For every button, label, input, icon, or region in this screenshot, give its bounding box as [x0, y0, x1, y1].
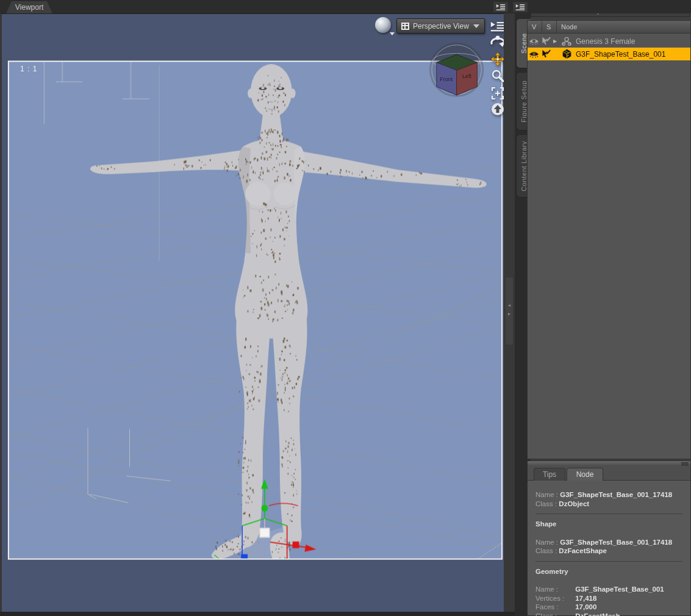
- scene-tree[interactable]: V S Node ▶: [527, 20, 691, 459]
- column-selectable: S: [542, 21, 557, 33]
- figure-icon: [560, 37, 573, 46]
- chevron-down-icon: [473, 24, 479, 28]
- scene-panel: V S Node ▶: [531, 0, 691, 616]
- geometry-section: Geometry Name : G3F_ShapeTest_Base_001 V…: [535, 567, 690, 616]
- eye-icon[interactable]: [528, 38, 540, 45]
- geometry-faces-value: 17,000: [575, 603, 596, 611]
- node-label: G3F_ShapeTest_Base_001: [573, 50, 665, 59]
- info-panel-header[interactable]: [528, 461, 690, 466]
- expand-arrow-icon[interactable]: ▶: [552, 38, 560, 44]
- view-selector-label: Perspective View: [413, 22, 469, 30]
- aspect-ratio-label: 1 : 1: [20, 65, 37, 73]
- view-cube[interactable]: Front Left: [429, 43, 484, 97]
- window-frame-bottom: [0, 612, 515, 616]
- eye-icon[interactable]: [528, 51, 540, 58]
- tree-header: V S Node: [528, 21, 690, 34]
- shape-section: Shape Name : G3F_ShapeTest_Base_001_1741…: [535, 520, 690, 556]
- geometry-heading: Geometry: [535, 567, 690, 576]
- tab-viewport[interactable]: Viewport: [6, 1, 52, 13]
- geometry-name-value: G3F_ShapeTest_Base_001: [575, 586, 664, 593]
- column-visible: V: [528, 21, 542, 33]
- viewport-options-menu-icon[interactable]: [489, 19, 505, 31]
- tree-row-genesis-3-female[interactable]: ▶ Genesis 3 Female: [528, 35, 690, 48]
- viewport-pane-menu-icon[interactable]: [493, 1, 509, 13]
- scene-pane-menu-icon[interactable]: [512, 1, 528, 13]
- view-selector-dropdown[interactable]: Perspective View: [396, 18, 485, 34]
- object-class-value: DzObject: [559, 500, 589, 507]
- splitter-handle[interactable]: ◂ ▸: [506, 278, 513, 345]
- geometry-vertices-value: 17,418: [575, 595, 596, 602]
- info-tabs: Tips Node: [528, 466, 690, 481]
- panel-splitter[interactable]: ◂ ▸: [504, 13, 515, 612]
- cube-icon: [560, 49, 573, 59]
- node-label: Genesis 3 Female: [573, 37, 635, 46]
- object-section: Name : G3F_ShapeTest_Base_001_17418 Clas…: [535, 490, 690, 508]
- shape-class-value: DzFacetShape: [559, 547, 607, 554]
- collapse-right-icon[interactable]: ▸: [508, 312, 510, 317]
- info-pane-menu-icon[interactable]: [681, 462, 689, 466]
- cursor-check-icon[interactable]: [540, 49, 552, 59]
- draw-style-sphere-icon[interactable]: [375, 17, 393, 35]
- cursor-check-icon[interactable]: [540, 37, 552, 46]
- viewport-3d-panel[interactable]: Front Left 1 : 1 Perspective View: [0, 13, 504, 612]
- window-pane-icon: [401, 23, 409, 30]
- view-cube-left-label: Left: [462, 73, 471, 79]
- shape-name-value: G3F_ShapeTest_Base_001_17418: [560, 539, 672, 546]
- viewport-scene: Front Left: [2, 14, 506, 612]
- object-name-value: G3F_ShapeTest_Base_001_17418: [560, 491, 672, 498]
- view-cube-front-label: Front: [440, 76, 453, 82]
- geometry-class-value: DzFacetMesh: [575, 612, 620, 616]
- tab-node[interactable]: Node: [567, 468, 603, 481]
- column-node: Node: [557, 21, 690, 33]
- shape-heading: Shape: [535, 520, 690, 529]
- tree-row-g3f-shapetest[interactable]: G3F_ShapeTest_Base_001: [528, 48, 690, 60]
- info-panel: Tips Node Name : G3F_ShapeTest_Base_001_…: [527, 460, 691, 616]
- node-info-content: Name : G3F_ShapeTest_Base_001_17418 Clas…: [528, 481, 690, 615]
- tab-tips[interactable]: Tips: [534, 468, 565, 481]
- top-tab-bar: Viewport: [0, 0, 691, 13]
- collapse-left-icon[interactable]: ◂: [508, 303, 510, 308]
